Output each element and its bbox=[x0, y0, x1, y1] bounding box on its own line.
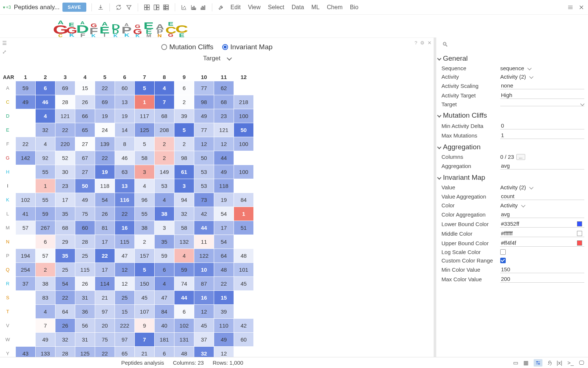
heatmap-cell[interactable]: 26 bbox=[55, 319, 75, 333]
heatmap-cell[interactable]: 114 bbox=[95, 277, 115, 291]
heatmap-cell[interactable]: 2 bbox=[35, 263, 55, 277]
close-view-icon[interactable]: ✕ bbox=[428, 40, 432, 46]
heatmap-cell[interactable]: 2 bbox=[154, 137, 174, 151]
chevron-down-icon[interactable] bbox=[227, 56, 232, 61]
heatmap-cell[interactable]: 19 bbox=[214, 193, 234, 207]
heatmap-cell[interactable]: 75 bbox=[75, 207, 95, 221]
heatmap-cell[interactable]: 157 bbox=[134, 249, 154, 263]
menu-chem[interactable]: Chem bbox=[327, 4, 343, 11]
heatmap-cell[interactable]: 59 bbox=[174, 263, 194, 277]
heatmap-cell[interactable]: 77 bbox=[194, 123, 214, 137]
heatmap-cell[interactable]: 107 bbox=[134, 305, 154, 319]
prop-activity-scaling[interactable]: none bbox=[500, 82, 584, 89]
heatmap-cell[interactable]: 55 bbox=[35, 165, 55, 179]
heatmap-cell[interactable] bbox=[15, 123, 35, 137]
heatmap-cell[interactable]: 102 bbox=[174, 319, 194, 333]
heatmap-cell[interactable]: 35 bbox=[55, 249, 75, 263]
prop-aggregation[interactable]: avg bbox=[500, 162, 584, 169]
menu-bio[interactable]: Bio bbox=[350, 4, 358, 11]
heatmap-cell[interactable]: 6 bbox=[154, 347, 174, 357]
heatmap-cell[interactable]: 49 bbox=[214, 165, 234, 179]
prop-max-mutations[interactable]: 1 bbox=[500, 132, 584, 139]
prop-min-delta[interactable]: 0 bbox=[500, 122, 584, 129]
heatmap-cell[interactable]: 17 bbox=[95, 235, 115, 249]
heatmap-cell[interactable]: 22 bbox=[115, 207, 134, 221]
heatmap-cell[interactable]: 87 bbox=[194, 277, 214, 291]
filter-icon[interactable] bbox=[125, 4, 133, 11]
menu-view[interactable]: View bbox=[248, 4, 260, 11]
heatmap-cell[interactable]: 19 bbox=[95, 165, 115, 179]
prop-lower-color[interactable]: #3352ff bbox=[500, 220, 584, 228]
heatmap-cell[interactable]: 32 bbox=[55, 333, 75, 347]
sb-variables-icon[interactable]: ℌ bbox=[548, 360, 552, 366]
heatmap-cell[interactable]: 6 bbox=[174, 81, 194, 95]
heatmap-cell[interactable]: 54 bbox=[214, 207, 234, 221]
heatmap-cell[interactable] bbox=[15, 291, 35, 305]
heatmap-cell[interactable] bbox=[15, 333, 35, 347]
heatmap-cell[interactable]: 50 bbox=[75, 179, 95, 193]
close-icon[interactable] bbox=[578, 4, 585, 11]
heatmap-cell[interactable]: 54 bbox=[55, 277, 75, 291]
heatmap-cell[interactable]: 27 bbox=[75, 137, 95, 151]
heatmap-cell[interactable]: 26 bbox=[95, 207, 115, 221]
heatmap-cell[interactable]: 57 bbox=[15, 221, 35, 235]
project-title[interactable]: Peptides analy... bbox=[14, 4, 59, 11]
heatmap-cell[interactable]: 11 bbox=[194, 235, 214, 249]
heatmap-cell[interactable]: 63 bbox=[115, 165, 134, 179]
heatmap-cell[interactable]: 39 bbox=[174, 109, 194, 123]
heatmap-cell[interactable]: 83 bbox=[35, 291, 55, 305]
heatmap-cell[interactable]: 45 bbox=[234, 277, 253, 291]
heatmap-cell[interactable]: 23 bbox=[214, 109, 234, 123]
heatmap-cell[interactable]: 15 bbox=[115, 305, 134, 319]
menu-edit[interactable]: Edit bbox=[231, 4, 241, 11]
heatmap-cell[interactable]: 16 bbox=[115, 221, 134, 235]
heatmap-cell[interactable]: 46 bbox=[35, 95, 55, 109]
heatmap-cell[interactable]: 25 bbox=[55, 263, 75, 277]
section-general[interactable]: General bbox=[438, 52, 584, 64]
heatmap-cell[interactable] bbox=[234, 347, 253, 357]
heatmap-cell[interactable]: 49 bbox=[75, 193, 95, 207]
heatmap-cell[interactable]: 15 bbox=[75, 81, 95, 95]
heatmap-cell[interactable]: 46 bbox=[115, 151, 134, 165]
heatmap-cell[interactable]: 21 bbox=[95, 291, 115, 305]
heatmap-cell[interactable]: 5 bbox=[134, 263, 154, 277]
heatmap-cell[interactable]: 65 bbox=[75, 123, 95, 137]
heatmap-cell[interactable]: 8 bbox=[115, 137, 134, 151]
heatmap-cell[interactable]: 5 bbox=[134, 137, 154, 151]
heatmap-cell[interactable]: 50 bbox=[194, 151, 214, 165]
heatmap-cell[interactable]: 64 bbox=[214, 249, 234, 263]
heatmap-cell[interactable]: 22 bbox=[95, 249, 115, 263]
heatmap-cell[interactable]: 7 bbox=[154, 95, 174, 109]
heatmap-cell[interactable]: 49 bbox=[35, 333, 55, 347]
heatmap-cell[interactable]: 31 bbox=[75, 333, 95, 347]
menu-data[interactable]: Data bbox=[292, 4, 304, 11]
heatmap-cell[interactable]: 22 bbox=[95, 347, 115, 357]
heatmap-cell[interactable]: 25 bbox=[75, 249, 95, 263]
target-dropdown[interactable]: Target bbox=[203, 55, 220, 62]
heatmap-cell[interactable]: 39 bbox=[214, 305, 234, 319]
help-icon[interactable]: ? bbox=[415, 40, 417, 46]
heatmap-cell[interactable] bbox=[15, 235, 35, 249]
heatmap-cell[interactable]: 25 bbox=[115, 291, 134, 305]
heatmap-cell[interactable]: 6 bbox=[35, 81, 55, 95]
heatmap-cell[interactable]: 149 bbox=[154, 165, 174, 179]
heatmap-cell[interactable]: 6 bbox=[35, 235, 55, 249]
heatmap-cell[interactable]: 43 bbox=[15, 347, 35, 357]
workspace-dropdown[interactable]: ▾ +3 bbox=[3, 5, 11, 10]
heatmap-cell[interactable]: 49 bbox=[194, 109, 214, 123]
heatmap-cell[interactable]: 48 bbox=[174, 347, 194, 357]
heatmap-cell[interactable]: 17 bbox=[55, 193, 75, 207]
heatmap-cell[interactable]: 115 bbox=[115, 235, 134, 249]
prop-value[interactable]: Activity (2) bbox=[500, 184, 584, 190]
heatmap-cell[interactable]: 12 bbox=[214, 137, 234, 151]
heatmap-cell[interactable]: 49 bbox=[214, 333, 234, 347]
heatmap-cell[interactable]: 69 bbox=[95, 95, 115, 109]
heatmap-cell[interactable]: 118 bbox=[214, 179, 234, 193]
heatmap-cell[interactable]: 101 bbox=[234, 263, 253, 277]
heatmap-cell[interactable]: 1 bbox=[35, 179, 55, 193]
heatmap-cell[interactable]: 28 bbox=[55, 347, 75, 357]
heatmap-cell[interactable]: 45 bbox=[134, 291, 154, 305]
prop-agg-columns[interactable]: 0 / 23 ... bbox=[500, 154, 584, 160]
heatmap-cell[interactable] bbox=[234, 179, 253, 193]
heatmap-cell[interactable]: 75 bbox=[95, 333, 115, 347]
